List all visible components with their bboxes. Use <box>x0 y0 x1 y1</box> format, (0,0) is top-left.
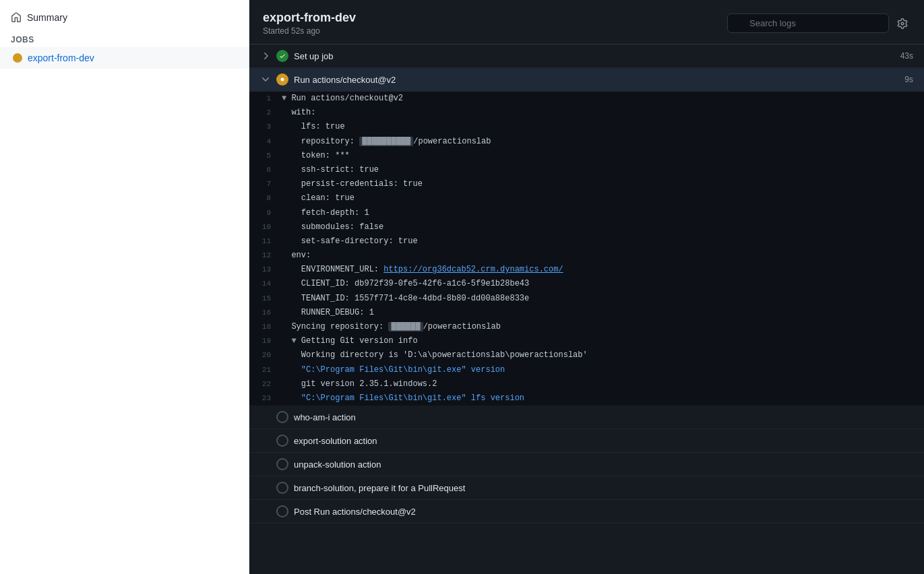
log-content: 1 ▼ Run actions/checkout@v2 2 with: 3 lf… <box>249 92 924 406</box>
log-line-19: 19 ▼ Getting Git version info <box>249 334 924 348</box>
steps-container: Set up job 43s Run actions/checkout@v2 9… <box>249 44 924 574</box>
log-line-1: 1 ▼ Run actions/checkout@v2 <box>249 92 924 106</box>
step-export-solution-label: export-solution action <box>294 436 913 446</box>
step-export-solution[interactable]: export-solution action <box>249 429 924 453</box>
step-checkout-duration: 9s <box>904 75 913 84</box>
log-line-8: 8 clean: true <box>249 191 924 205</box>
log-line-13: 13 ENVIRONMENT_URL: https://org36dcab52.… <box>249 263 924 277</box>
step-pending-icon-4 <box>276 482 288 494</box>
log-line-2: 2 with: <box>249 106 924 120</box>
log-line-23: 23 "C:\Program Files\Git\bin\git.exe" lf… <box>249 391 924 406</box>
step-post-run-checkout[interactable]: Post Run actions/checkout@v2 <box>249 500 924 523</box>
step-pending-icon-2 <box>276 435 288 447</box>
job-status-indicator <box>13 53 22 63</box>
log-line-3: 3 lfs: true <box>249 120 924 134</box>
environment-url-link[interactable]: https://org36dcab52.crm.dynamics.com/ <box>383 265 563 274</box>
log-line-18: 18 Syncing repository: ██████/poweractio… <box>249 320 924 334</box>
step-unpack-solution[interactable]: unpack-solution action <box>249 453 924 476</box>
step-post-run-checkout-label: Post Run actions/checkout@v2 <box>294 507 913 517</box>
step-who-am-i-label: who-am-i action <box>294 412 913 422</box>
step-branch-solution-label: branch-solution, prepare it for a PullRe… <box>294 483 913 493</box>
sidebar-job-item[interactable]: export-from-dev <box>0 47 249 69</box>
main-header: export-from-dev Started 52s ago <box>249 0 924 44</box>
home-icon <box>11 12 22 23</box>
log-line-10: 10 submodules: false <box>249 220 924 234</box>
step-who-am-i[interactable]: who-am-i action <box>249 406 924 429</box>
step-pending-icon-3 <box>276 458 288 470</box>
job-title-section: export-from-dev Started 52s ago <box>263 11 356 36</box>
log-line-4: 4 repository: ██████████/poweractionslab <box>249 135 924 149</box>
step-running-icon <box>276 73 288 86</box>
search-container <box>727 13 889 33</box>
log-line-7: 7 persist-credentials: true <box>249 177 924 191</box>
step-run-checkout[interactable]: Run actions/checkout@v2 9s <box>249 68 924 92</box>
job-subtitle: Started 52s ago <box>263 26 356 36</box>
sidebar-summary-link[interactable]: Summary <box>0 5 249 30</box>
log-line-12: 12 env: <box>249 249 924 263</box>
log-line-22: 22 git version 2.35.1.windows.2 <box>249 377 924 391</box>
jobs-section-label: Jobs <box>0 30 249 47</box>
step-setup-job[interactable]: Set up job 43s <box>249 44 924 68</box>
summary-label: Summary <box>27 12 67 23</box>
main-content: export-from-dev Started 52s ago <box>249 0 924 574</box>
log-line-5: 5 token: *** <box>249 149 924 163</box>
step-setup-job-duration: 43s <box>900 51 913 61</box>
gear-icon <box>897 18 908 29</box>
step-setup-job-label: Set up job <box>294 51 895 61</box>
step-branch-solution[interactable]: branch-solution, prepare it for a PullRe… <box>249 476 924 500</box>
log-line-21: 21 "C:\Program Files\Git\bin\git.exe" ve… <box>249 363 924 377</box>
step-pending-icon <box>276 411 288 423</box>
job-title: export-from-dev <box>263 11 356 25</box>
search-logs-input[interactable] <box>727 13 889 33</box>
svg-point-0 <box>281 78 284 82</box>
step-pending-icon-5 <box>276 505 288 517</box>
step-unpack-solution-label: unpack-solution action <box>294 459 913 470</box>
job-name: export-from-dev <box>28 53 94 63</box>
log-line-6: 6 ssh-strict: true <box>249 163 924 177</box>
log-line-15: 15 TENANT_ID: 1557f771-4c8e-4dbd-8b80-dd… <box>249 292 924 306</box>
header-actions <box>727 13 911 33</box>
settings-button[interactable] <box>894 15 911 32</box>
log-line-11: 11 set-safe-directory: true <box>249 234 924 249</box>
log-line-9: 9 fetch-depth: 1 <box>249 206 924 220</box>
sidebar: Summary Jobs export-from-dev <box>0 0 249 574</box>
log-line-16: 16 RUNNER_DEBUG: 1 <box>249 306 924 320</box>
log-line-20: 20 Working directory is 'D:\a\poweractio… <box>249 348 924 362</box>
log-line-14: 14 CLIENT_ID: db972f39-0fe5-42f6-a1c6-5f… <box>249 277 924 291</box>
chevron-down-icon <box>260 74 271 85</box>
step-success-icon <box>276 50 288 62</box>
chevron-right-icon <box>260 51 271 61</box>
step-checkout-label: Run actions/checkout@v2 <box>294 75 899 85</box>
